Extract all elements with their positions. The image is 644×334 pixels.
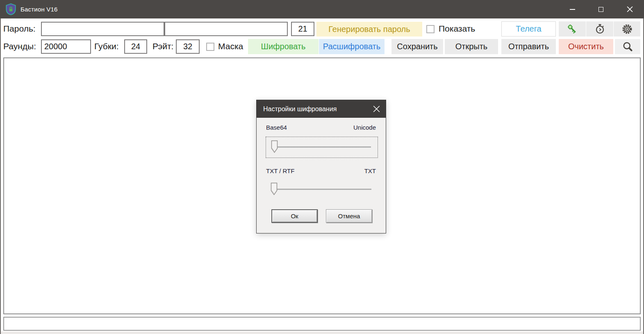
rounds-label: Раунды: — [3, 41, 36, 51]
format-slider-left-label: TXT / RTF — [266, 167, 294, 174]
mask-checkbox[interactable] — [206, 43, 214, 51]
close-icon — [373, 105, 380, 112]
app-window: Бастион V16 Пароль: Генерировать пароль … — [0, 0, 644, 334]
encryption-settings-dialog: Настройки шифрования Base64 Unicode — [256, 100, 386, 233]
close-button[interactable] — [615, 0, 644, 18]
password-input[interactable] — [41, 22, 164, 36]
open-button[interactable]: Открыть — [445, 39, 498, 54]
generate-password-button[interactable]: Генерировать пароль — [316, 22, 422, 37]
title-bar: Бастион V16 — [0, 0, 644, 18]
minimize-button[interactable] — [558, 0, 587, 18]
search-button[interactable] — [615, 39, 640, 54]
telega-button[interactable]: Телега — [501, 21, 556, 37]
maximize-button[interactable] — [587, 0, 615, 18]
clear-button[interactable]: Очистить — [559, 39, 613, 54]
show-password-label: Показать — [439, 24, 475, 34]
encrypt-button[interactable]: Шифровать — [248, 39, 319, 54]
minimize-icon — [570, 9, 575, 10]
dialog-body: Base64 Unicode TXT / RTF TXT — [257, 118, 386, 233]
magnifier-icon — [622, 41, 633, 53]
rounds-input[interactable] — [41, 39, 91, 54]
encoding-slider[interactable] — [266, 137, 378, 158]
maximize-icon — [598, 7, 603, 12]
rate-input[interactable] — [176, 39, 200, 54]
password-confirm-input[interactable] — [164, 22, 288, 36]
cancel-button[interactable]: Отмена — [326, 209, 372, 223]
save-button[interactable]: Сохранить — [391, 39, 443, 54]
dialog-close-button[interactable] — [367, 100, 386, 118]
timer-button[interactable] — [586, 21, 613, 37]
stopwatch-icon — [594, 23, 605, 34]
show-password-checkbox[interactable] — [426, 25, 435, 33]
encoding-slider-left-label: Base64 — [266, 124, 287, 131]
key-button[interactable] — [559, 21, 586, 37]
app-shield-lock-icon — [5, 3, 16, 15]
format-slider-thumb[interactable] — [271, 183, 278, 197]
sponges-input[interactable] — [124, 39, 147, 54]
decrypt-button[interactable]: Расшифровать — [319, 39, 385, 54]
format-slider-right-label: TXT — [364, 167, 376, 174]
sponges-label: Губки: — [94, 41, 118, 51]
settings-button[interactable] — [614, 21, 640, 37]
send-button[interactable]: Отправить — [501, 39, 556, 54]
dialog-title: Настройки шифрования — [263, 105, 337, 113]
key-icon — [567, 23, 578, 34]
password-label: Пароль: — [3, 24, 36, 34]
format-slider[interactable] — [266, 179, 378, 201]
ok-button[interactable]: Ок — [271, 209, 318, 223]
status-bar-input[interactable] — [3, 317, 641, 331]
rate-label: Рэйт: — [152, 41, 173, 51]
password-length-input[interactable] — [291, 22, 314, 36]
window-title: Бастион V16 — [20, 6, 58, 13]
window-bottom-edge — [1, 332, 643, 334]
encoding-slider-right-label: Unicode — [353, 124, 376, 131]
gear-icon — [621, 23, 633, 35]
dialog-title-bar: Настройки шифрования — [257, 100, 386, 118]
mask-label: Маска — [218, 41, 243, 51]
close-icon — [627, 6, 633, 12]
encoding-slider-track[interactable] — [272, 146, 371, 148]
encoding-slider-thumb[interactable] — [271, 140, 278, 155]
format-slider-track[interactable] — [271, 189, 371, 190]
window-left-edge — [0, 18, 1, 334]
